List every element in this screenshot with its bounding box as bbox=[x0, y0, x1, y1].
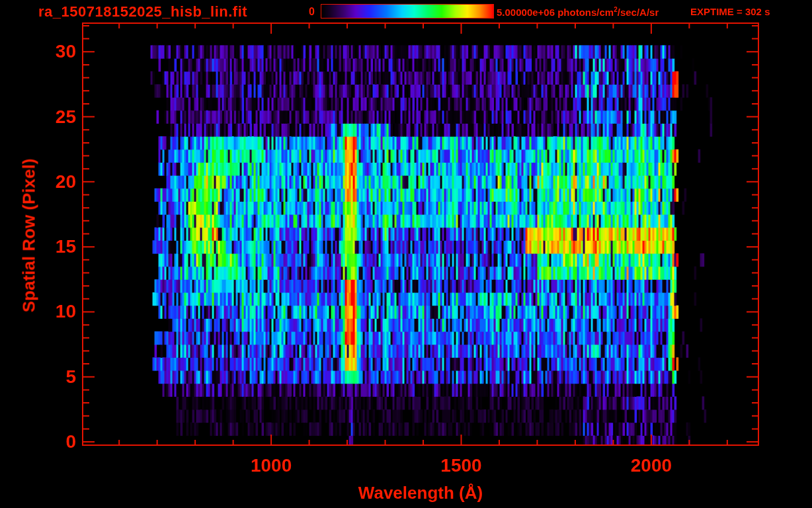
filename-title: ra_150718152025_hisb_lin.fit bbox=[38, 3, 247, 21]
x-tick-label: 2000 bbox=[612, 455, 691, 476]
x-axis-title: Wavelength (Å) bbox=[358, 483, 483, 503]
y-tick-label: 10 bbox=[36, 302, 76, 321]
colorbar-max-label: 5.00000e+06 photons/cm2/sec/A/sr bbox=[497, 6, 659, 18]
y-tick-label: 15 bbox=[36, 237, 76, 257]
y-tick-label: 30 bbox=[36, 42, 76, 62]
x-tick-label: 1000 bbox=[231, 455, 311, 476]
x-tick-label: 1500 bbox=[422, 455, 501, 476]
colorbar-min-label: 0 bbox=[284, 6, 315, 18]
y-tick-label: 20 bbox=[36, 172, 76, 192]
colorbar-units-prefix: photons/cm bbox=[555, 7, 614, 18]
spectral-heatmap-canvas bbox=[0, 0, 812, 508]
spectral-display-window: ra_150718152025_hisb_lin.fit 0 5.00000e+… bbox=[0, 0, 812, 508]
colorbar-units-suffix: /sec/A/sr bbox=[618, 7, 659, 18]
y-tick-label: 25 bbox=[36, 107, 76, 127]
y-tick-label: 0 bbox=[36, 432, 76, 452]
exptime-label: EXPTIME = 302 s bbox=[690, 6, 770, 17]
y-tick-label: 5 bbox=[36, 367, 76, 387]
colorbar-max-value: 5.00000e+06 bbox=[497, 7, 555, 18]
colorbar-gradient bbox=[321, 4, 494, 19]
